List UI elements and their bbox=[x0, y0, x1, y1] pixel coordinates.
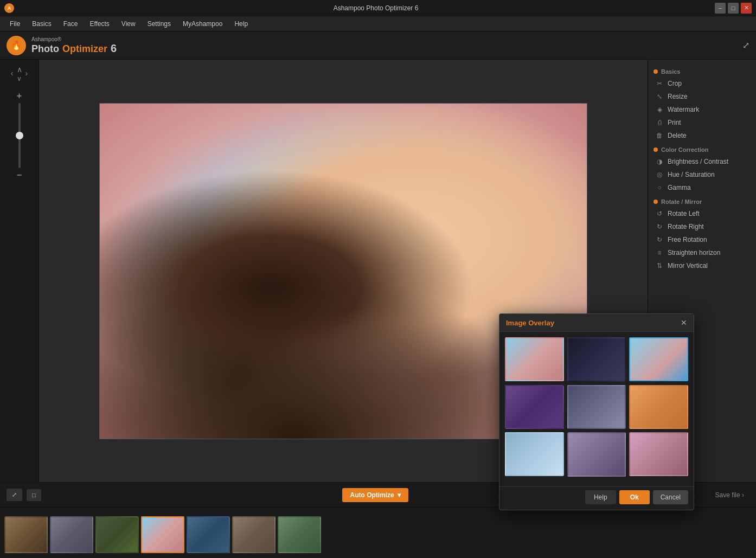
panel-item-brightness[interactable]: ◑ Brightness / Contrast bbox=[648, 155, 756, 168]
panel-item-hue[interactable]: ◎ Hue / Saturation bbox=[648, 168, 756, 181]
section-color-label: Color Correction bbox=[661, 146, 708, 153]
nav-down-arrow[interactable]: ∨ bbox=[17, 75, 22, 82]
maximize-button[interactable]: □ bbox=[728, 3, 739, 14]
overlay-thumb-image-7 bbox=[506, 433, 563, 475]
nav-up-arrow[interactable]: ∧ bbox=[16, 64, 23, 75]
panel-item-rotate-right[interactable]: ↻ Rotate Right bbox=[648, 220, 756, 233]
section-basics-label: Basics bbox=[661, 68, 680, 75]
overlay-thumb-image-1 bbox=[506, 338, 563, 380]
image-overlay-dialog: Image Overlay ✕ bbox=[499, 313, 694, 510]
free-rotation-label: Free Rotation bbox=[668, 236, 707, 243]
panel-item-print[interactable]: ⎙ Print bbox=[648, 116, 756, 129]
panel-item-straighten[interactable]: ≡ Straighten horizon bbox=[648, 246, 756, 259]
thumb-image-2 bbox=[51, 517, 92, 552]
menu-effects[interactable]: Effects bbox=[84, 18, 114, 30]
overlay-thumb-6[interactable] bbox=[629, 385, 688, 429]
menu-basics[interactable]: Basics bbox=[27, 18, 56, 30]
nav-left-arrow[interactable]: ‹ bbox=[10, 68, 15, 79]
filmstrip-thumb-5[interactable] bbox=[187, 516, 230, 553]
menu-view[interactable]: View bbox=[116, 18, 141, 30]
resize-label: Resize bbox=[668, 93, 688, 100]
rotate-left-icon: ↺ bbox=[656, 210, 663, 217]
mirror-vertical-label: Mirror Vertical bbox=[668, 262, 708, 270]
filmstrip-thumb-3[interactable] bbox=[95, 516, 139, 553]
section-dot bbox=[654, 69, 658, 74]
nav-arrows: ‹ ∧ ∨ › bbox=[10, 64, 29, 82]
panel-item-resize[interactable]: ⤡ Resize bbox=[648, 90, 756, 103]
logo-icon: 🔥 bbox=[7, 36, 26, 55]
panel-item-gamma[interactable]: ○ Gamma bbox=[648, 181, 756, 194]
panel-item-rotate-left[interactable]: ↺ Rotate Left bbox=[648, 207, 756, 220]
close-button[interactable]: ✕ bbox=[741, 3, 752, 14]
zoom-controls: + − bbox=[17, 91, 22, 180]
menu-face[interactable]: Face bbox=[58, 18, 84, 30]
overlay-thumb-5[interactable] bbox=[567, 385, 626, 429]
print-label: Print bbox=[668, 119, 681, 126]
overlay-thumb-4[interactable] bbox=[505, 385, 564, 429]
brand-version: 6 bbox=[111, 42, 117, 55]
window-title: Ashampoo Photo Optimizer 6 bbox=[37, 4, 715, 12]
left-nav: ‹ ∧ ∨ › + − bbox=[0, 60, 39, 482]
menu-bar: File Basics Face Effects View Settings M… bbox=[0, 16, 756, 31]
panel-item-delete[interactable]: 🗑 Delete bbox=[648, 129, 756, 142]
rotate-left-label: Rotate Left bbox=[668, 210, 700, 217]
overlay-thumb-image-5 bbox=[568, 386, 625, 428]
section-dot-3 bbox=[654, 200, 658, 204]
auto-optimize-arrow: ▾ bbox=[398, 491, 401, 499]
thumb-image-7 bbox=[279, 517, 320, 552]
preview-button[interactable]: □ bbox=[27, 489, 41, 501]
menu-myashampoo[interactable]: MyAshampoo bbox=[177, 18, 228, 30]
overlay-thumb-image-6 bbox=[630, 386, 687, 428]
title-bar: A Ashampoo Photo Optimizer 6 − □ ✕ bbox=[0, 0, 756, 16]
thumb-image-3 bbox=[97, 517, 138, 552]
watermark-label: Watermark bbox=[668, 106, 699, 113]
overlay-thumb-8[interactable] bbox=[567, 432, 626, 477]
dialog-footer: Help Ok Cancel bbox=[499, 486, 694, 510]
filmstrip-thumb-7[interactable] bbox=[278, 516, 321, 553]
minimize-button[interactable]: − bbox=[715, 3, 726, 14]
filmstrip-thumb-2[interactable] bbox=[50, 516, 93, 553]
thumb-image-5 bbox=[188, 517, 229, 552]
menu-file[interactable]: File bbox=[4, 18, 25, 30]
dialog-title: Image Overlay bbox=[506, 319, 554, 327]
filmstrip-thumb-1[interactable] bbox=[4, 516, 48, 553]
gamma-label: Gamma bbox=[668, 184, 691, 191]
auto-optimize-button[interactable]: Auto Optimize ▾ bbox=[342, 488, 408, 502]
overlay-thumb-7[interactable] bbox=[505, 432, 564, 476]
expand-button[interactable]: ⤢ bbox=[7, 489, 22, 501]
straighten-label: Straighten horizon bbox=[668, 249, 720, 256]
save-file-label: Save file bbox=[715, 491, 740, 499]
overlay-thumb-2[interactable] bbox=[567, 337, 626, 382]
panel-item-mirror-vertical[interactable]: ⇅ Mirror Vertical bbox=[648, 259, 756, 272]
dialog-close-button[interactable]: ✕ bbox=[681, 318, 687, 327]
section-rotate-label: Rotate / Mirror bbox=[661, 198, 702, 205]
overlay-thumb-3[interactable] bbox=[629, 337, 688, 381]
app-header: 🔥 Ashampoo® Photo Optimizer 6 ⤢ bbox=[0, 31, 756, 60]
zoom-in-button[interactable]: + bbox=[17, 91, 22, 101]
share-icon[interactable]: ⤢ bbox=[742, 40, 749, 50]
ok-button[interactable]: Ok bbox=[619, 490, 650, 504]
zoom-slider[interactable] bbox=[18, 103, 21, 168]
section-dot-2 bbox=[654, 147, 658, 152]
panel-item-free-rotation[interactable]: ↻ Free Rotation bbox=[648, 233, 756, 246]
filmstrip-thumb-6[interactable] bbox=[232, 516, 276, 553]
overlay-thumb-9[interactable] bbox=[629, 432, 688, 476]
overlay-thumb-image-8 bbox=[568, 433, 625, 476]
save-file-button[interactable]: Save file › bbox=[710, 489, 749, 502]
filmstrip-thumb-4[interactable] bbox=[141, 516, 184, 553]
menu-settings[interactable]: Settings bbox=[142, 18, 176, 30]
menu-help[interactable]: Help bbox=[229, 18, 253, 30]
brand-optimizer: Optimizer bbox=[62, 43, 107, 55]
zoom-out-button[interactable]: − bbox=[17, 170, 22, 180]
help-button[interactable]: Help bbox=[585, 490, 616, 504]
panel-item-watermark[interactable]: ◈ Watermark bbox=[648, 103, 756, 116]
cancel-button[interactable]: Cancel bbox=[653, 490, 688, 504]
panel-item-crop[interactable]: ✂ Crop bbox=[648, 77, 756, 90]
zoom-handle[interactable] bbox=[16, 132, 23, 139]
overlay-thumb-1[interactable] bbox=[505, 337, 564, 381]
overlay-thumb-image-3 bbox=[630, 338, 687, 380]
print-icon: ⎙ bbox=[656, 119, 663, 126]
app-name: Ashampoo® Photo Optimizer 6 bbox=[31, 36, 117, 55]
app-icon: A bbox=[4, 3, 14, 13]
nav-right-arrow[interactable]: › bbox=[24, 68, 29, 79]
